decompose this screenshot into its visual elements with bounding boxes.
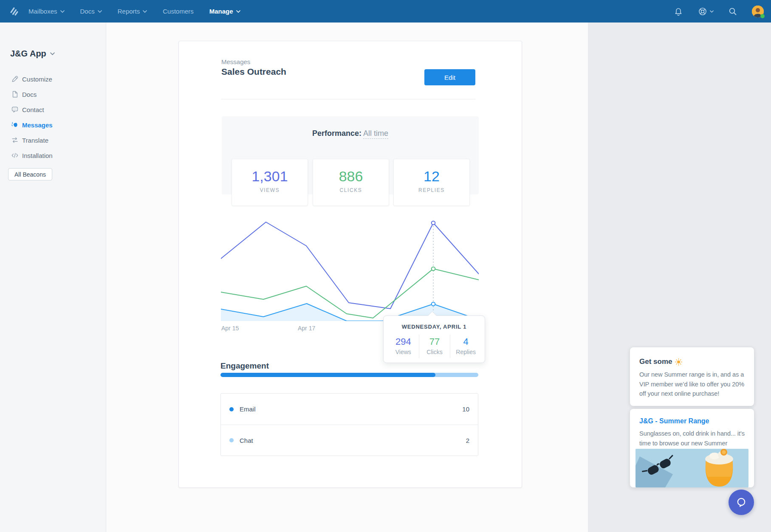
edit-button[interactable]: Edit — [424, 69, 475, 85]
beacon-message-card[interactable]: Get some Our new Summer range is in, and… — [630, 347, 754, 406]
notifications-bell-icon[interactable] — [673, 6, 683, 17]
sidebar-item-label: Installation — [22, 152, 53, 159]
beacon-message-title: Get some — [639, 357, 745, 366]
nav-actions — [673, 0, 764, 23]
nav-item-mailboxes[interactable]: Mailboxes — [28, 8, 65, 15]
x-axis-label: Apr 15 — [221, 325, 239, 332]
clicks-value: 886 — [313, 168, 389, 185]
email-value: 10 — [462, 405, 469, 413]
replies-value: 12 — [394, 168, 469, 185]
sidebar-item-messages[interactable]: Messages — [0, 118, 106, 132]
replies-label: REPLIES — [394, 187, 469, 193]
page-title: Sales Outreach — [221, 67, 286, 77]
sidebar-item-translate[interactable]: Translate — [0, 133, 106, 147]
beacon-launcher-button[interactable] — [729, 490, 754, 515]
lifebuoy-icon — [698, 6, 708, 17]
table-row-email: Email 10 — [221, 394, 478, 425]
chat-beacon-icon — [735, 496, 747, 508]
performance-heading: Performance: All time — [222, 129, 479, 138]
nav-item-label: Manage — [209, 8, 233, 15]
sidebar: J&G App Customize Docs Contact Messages … — [0, 23, 106, 532]
tooltip-views-value: 294 — [388, 336, 419, 347]
sidebar-item-label: Messages — [22, 121, 53, 129]
nav-item-manage[interactable]: Manage — [209, 8, 240, 15]
email-label: Email — [240, 405, 256, 413]
tooltip-clicks: 77 Clicks — [419, 335, 450, 358]
engagement-progress-fill — [220, 373, 435, 377]
nav-item-docs[interactable]: Docs — [80, 8, 102, 15]
nav-item-label: Docs — [80, 8, 95, 15]
all-beacons-button[interactable]: All Beacons — [8, 168, 52, 180]
chat-label: Chat — [240, 437, 253, 444]
chart-tooltip: WEDNESDAY, APRIL 1 294 Views 77 Clicks 4… — [383, 315, 485, 363]
views-label: VIEWS — [232, 187, 308, 193]
nav-item-reports[interactable]: Reports — [118, 8, 147, 15]
sun-emoji-icon — [675, 358, 682, 366]
message-detail-card: Messages Sales Outreach Edit Performance… — [178, 41, 522, 488]
clicks-label: CLICKS — [313, 187, 389, 193]
x-axis-label: Apr 17 — [298, 325, 315, 332]
table-row-chat: Chat 2 — [221, 425, 478, 456]
summer-range-photo — [635, 449, 748, 487]
app-screen: Mailboxes Docs Reports Customers Manage — [0, 0, 771, 532]
tooltip-date: WEDNESDAY, APRIL 1 — [384, 324, 485, 330]
chevron-down-icon — [236, 10, 240, 13]
pen-icon — [11, 75, 19, 83]
divider — [221, 99, 475, 99]
sidebar-item-installation[interactable]: Installation — [0, 149, 106, 162]
tooltip-stats: 294 Views 77 Clicks 4 Replies — [388, 335, 481, 358]
tooltip-replies: 4 Replies — [450, 335, 481, 358]
sidebar-item-label: Translate — [22, 137, 48, 144]
helpscout-logo-icon[interactable] — [9, 6, 19, 16]
performance-label: Performance: — [312, 129, 361, 138]
tooltip-clicks-label: Clicks — [419, 349, 450, 355]
chat-bubble-icon — [11, 106, 19, 113]
nav-item-label: Reports — [118, 8, 140, 15]
top-nav: Mailboxes Docs Reports Customers Manage — [0, 0, 771, 23]
beacon-article-card[interactable]: J&G - Summer Range Sunglasses on, cold d… — [630, 409, 754, 487]
engagement-table: Email 10 Chat 2 — [220, 393, 478, 456]
sidebar-item-docs[interactable]: Docs — [0, 87, 106, 101]
sidebar-item-label: Customize — [22, 76, 52, 83]
chevron-down-icon — [98, 10, 102, 13]
tooltip-views-label: Views — [388, 349, 419, 355]
search-icon[interactable] — [728, 6, 738, 17]
nav-item-label: Customers — [163, 8, 194, 15]
views-value: 1,301 — [232, 168, 308, 185]
beacon-article-title[interactable]: J&G - Summer Range — [639, 417, 745, 425]
document-icon — [11, 90, 19, 98]
sidebar-item-label: Docs — [22, 91, 37, 98]
code-icon — [11, 152, 19, 159]
time-range-selector[interactable]: All time — [363, 129, 388, 139]
engagement-heading: Engagement — [220, 361, 269, 371]
performance-chart[interactable] — [221, 217, 479, 321]
user-avatar[interactable] — [752, 6, 764, 17]
chevron-down-icon — [143, 10, 147, 13]
nav-item-customers[interactable]: Customers — [163, 8, 194, 15]
replies-stat-card: 12 REPLIES — [393, 159, 470, 206]
nav-item-label: Mailboxes — [28, 8, 57, 15]
help-menu[interactable] — [698, 6, 714, 17]
beacon-message-title-text: Get some — [639, 357, 672, 366]
email-dot — [229, 407, 234, 411]
sidebar-item-label: Contact — [22, 106, 44, 113]
engagement-progress-bar — [220, 373, 478, 377]
chat-value: 2 — [466, 437, 469, 444]
sidebar-item-contact[interactable]: Contact — [0, 103, 106, 116]
chevron-down-icon — [50, 52, 55, 55]
tooltip-replies-value: 4 — [450, 336, 481, 347]
sidebar-item-customize[interactable]: Customize — [0, 72, 106, 86]
app-name: J&G App — [10, 49, 46, 59]
chevron-down-icon — [60, 10, 65, 13]
nav-menu: Mailboxes Docs Reports Customers Manage — [28, 0, 240, 23]
all-beacons-label: All Beacons — [14, 171, 46, 178]
waving-hand-icon — [11, 121, 19, 129]
views-stat-card: 1,301 VIEWS — [232, 159, 308, 206]
beacon-switcher[interactable]: J&G App — [10, 49, 55, 59]
chat-dot — [229, 438, 234, 442]
tooltip-views: 294 Views — [388, 335, 419, 358]
online-status-dot — [760, 14, 765, 18]
tooltip-replies-label: Replies — [450, 349, 481, 355]
beacon-message-body: Our new Summer range is in, and as a VIP… — [639, 370, 745, 399]
clicks-stat-card: 886 CLICKS — [313, 159, 389, 206]
